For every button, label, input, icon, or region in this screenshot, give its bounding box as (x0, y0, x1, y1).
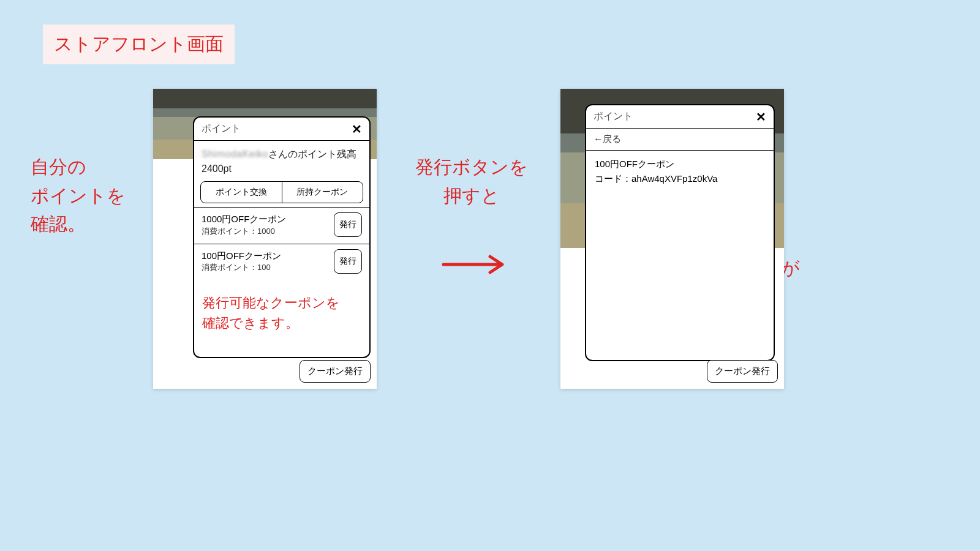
coupon-name: 1000円OFFクーポン (202, 212, 286, 226)
storefront-screenshot-points-list: ポイント ✕ ShimodaKeikoさんのポイント残高 2400pt ポイント… (153, 89, 377, 389)
storefront-screenshot-coupon-code: ポイント ✕ ←戻る 100円OFFクーポン コード：ahAw4qXVFp1z0… (560, 89, 784, 389)
points-balance: ShimodaKeikoさんのポイント残高 2400pt (194, 141, 369, 181)
user-name-blurred: ShimodaKeiko (202, 147, 268, 162)
annotation-press-issue: 発行ボタンを押すと (398, 153, 545, 210)
coupon-cost: 消費ポイント：1000 (202, 226, 286, 238)
coupon-cost: 消費ポイント：100 (202, 262, 281, 274)
coupon-code-dialog: ポイント ✕ ←戻る 100円OFFクーポン コード：ahAw4qXVFp1z0… (585, 104, 775, 361)
coupon-issue-footer-button[interactable]: クーポン発行 (707, 360, 778, 383)
issue-button[interactable]: 発行 (334, 212, 362, 237)
balance-value: 2400pt (202, 163, 232, 174)
dialog-title: ポイント (202, 122, 241, 135)
annotation-available-coupons: 発行可能なクーポンを確認できます。 (202, 293, 340, 333)
coupon-row: 1000円OFFクーポン 消費ポイント：1000 発行 (194, 207, 369, 244)
points-tabs: ポイント交換 所持クーポン (200, 181, 363, 203)
close-icon[interactable]: ✕ (756, 111, 766, 123)
balance-suffix: さんのポイント残高 (268, 149, 356, 159)
issue-button[interactable]: 発行 (334, 249, 362, 274)
issued-coupon-code: コード：ahAw4qXVFp1z0kVa (595, 171, 765, 186)
tab-point-exchange[interactable]: ポイント交換 (201, 182, 282, 203)
tab-owned-coupons[interactable]: 所持クーポン (282, 182, 363, 203)
slide-title: ストアフロント画面 (43, 24, 235, 64)
arrow-right-icon (441, 254, 508, 275)
coupon-issue-footer-button[interactable]: クーポン発行 (300, 360, 371, 383)
coupon-row: 100円OFFクーポン 消費ポイント：100 発行 (194, 244, 369, 280)
issued-coupon-name: 100円OFFクーポン (595, 157, 765, 171)
back-button[interactable]: ←戻る (586, 129, 774, 151)
dialog-title: ポイント (594, 110, 633, 123)
close-icon[interactable]: ✕ (352, 123, 362, 135)
annotation-check-points: 自分のポイントを確認。 (31, 153, 126, 239)
coupon-name: 100円OFFクーポン (202, 249, 281, 263)
